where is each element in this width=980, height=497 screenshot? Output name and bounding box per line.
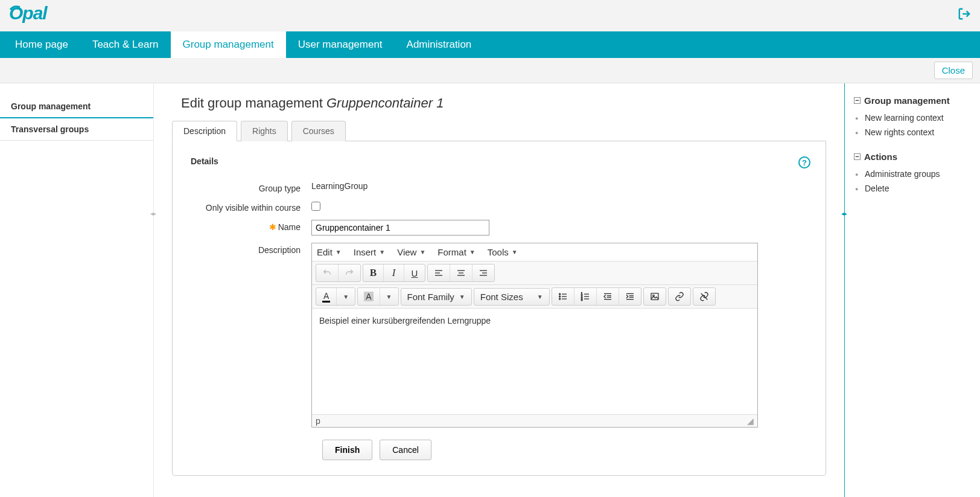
underline-icon[interactable]: U xyxy=(404,265,425,281)
italic-icon[interactable]: I xyxy=(384,265,404,281)
font-sizes-select[interactable]: Font Sizes▼ xyxy=(474,289,549,305)
finish-button[interactable]: Finish xyxy=(322,440,372,460)
text-color-dropdown-icon[interactable]: ▼ xyxy=(337,288,355,305)
link-icon[interactable] xyxy=(669,288,690,305)
align-center-icon[interactable] xyxy=(450,265,472,281)
tab-rights[interactable]: Rights xyxy=(241,121,288,141)
tab-courses[interactable]: Courses xyxy=(291,121,346,141)
align-left-icon[interactable] xyxy=(428,265,450,281)
resize-handle-icon[interactable]: ◢ xyxy=(747,416,754,426)
editor-menubar: Edit▼ Insert▼ View▼ Format▼ Tools▼ xyxy=(312,243,757,261)
right-section-header-1[interactable]: − Group management xyxy=(854,95,971,106)
label-group-type: Group type xyxy=(191,181,311,193)
label-description: Description xyxy=(191,243,311,255)
minus-box-icon[interactable]: − xyxy=(854,97,861,104)
layout: Group management Transversal groups ◂▸ E… xyxy=(0,83,980,497)
nav-group-management[interactable]: Group management xyxy=(171,31,286,58)
tabs: Description Rights Courses xyxy=(172,120,826,141)
right-section-actions: − Actions Administrate groups Delete xyxy=(854,152,971,202)
sub-bar: Close xyxy=(0,58,980,83)
editor-menu-view[interactable]: View▼ xyxy=(397,247,425,257)
sidebar-item-group-management[interactable]: Group management xyxy=(0,95,153,118)
sidebar-item-transversal-groups[interactable]: Transversal groups xyxy=(0,118,153,141)
bg-color-dropdown-icon[interactable]: ▼ xyxy=(380,288,398,305)
font-family-select[interactable]: Font Family▼ xyxy=(401,289,471,305)
svg-text:3: 3 xyxy=(581,298,582,301)
undo-icon[interactable] xyxy=(316,265,339,281)
name-input[interactable] xyxy=(311,220,489,236)
form-buttons: Finish Cancel xyxy=(322,440,807,460)
page-title-entity: Gruppencontainer 1 xyxy=(326,95,444,111)
right-link-new-learning-context[interactable]: New learning context xyxy=(865,111,971,125)
help-icon[interactable]: ? xyxy=(798,156,810,168)
collapse-right-handle[interactable]: ◂▸ xyxy=(841,210,847,217)
editor-body[interactable]: Beispiel einer kursübergreifenden Lerngr… xyxy=(312,309,757,414)
logo[interactable]: Opal xyxy=(9,2,57,29)
main-content: Edit group management Gruppencontainer 1… xyxy=(154,83,844,497)
form-row-name: ✱Name xyxy=(191,220,807,236)
tab-content: ? Details Group type LearningGroup Only … xyxy=(172,141,826,476)
indent-icon[interactable] xyxy=(619,288,641,305)
svg-point-12 xyxy=(559,296,560,297)
unlink-icon[interactable] xyxy=(693,288,715,305)
right-link-new-rights-context[interactable]: New rights context xyxy=(865,125,971,139)
left-sidebar: Group management Transversal groups ◂▸ xyxy=(0,83,154,497)
svg-rect-31 xyxy=(651,293,658,300)
required-mark-icon: ✱ xyxy=(269,222,276,232)
top-header: Opal xyxy=(0,0,980,31)
right-section-group-management: − Group management New learning context … xyxy=(854,95,971,146)
nav-administration[interactable]: Administration xyxy=(395,31,484,58)
main-nav: Home page Teach & Learn Group management… xyxy=(0,31,980,58)
text-color-icon[interactable]: A xyxy=(316,288,337,305)
logout-icon[interactable] xyxy=(958,7,971,24)
bg-color-icon[interactable]: A xyxy=(358,288,380,305)
right-section-header-2[interactable]: − Actions xyxy=(854,152,971,162)
nav-teach-learn[interactable]: Teach & Learn xyxy=(80,31,171,58)
tab-description[interactable]: Description xyxy=(172,121,237,141)
editor-menu-format[interactable]: Format▼ xyxy=(438,247,475,257)
nav-home[interactable]: Home page xyxy=(3,31,80,58)
align-right-icon[interactable] xyxy=(472,265,494,281)
label-name: ✱Name xyxy=(191,220,311,232)
label-visible: Only visible within course xyxy=(191,200,311,213)
outdent-icon[interactable] xyxy=(597,288,619,305)
right-link-administrate-groups[interactable]: Administrate groups xyxy=(865,167,971,181)
right-sidebar: ◂▸ − Group management New learning conte… xyxy=(844,83,980,497)
editor-toolbar-2: A ▼ A ▼ Font Family▼ Font Size xyxy=(312,285,757,309)
section-title: Details xyxy=(191,156,807,166)
bullet-list-icon[interactable] xyxy=(552,288,574,305)
page-title-prefix: Edit group management xyxy=(181,95,326,111)
minus-box-icon[interactable]: − xyxy=(854,153,861,160)
bold-icon[interactable]: B xyxy=(363,265,384,281)
form-row-description: Description Edit▼ Insert▼ View▼ Format▼ … xyxy=(191,243,807,428)
editor-menu-edit[interactable]: Edit▼ xyxy=(317,247,342,257)
nav-user-management[interactable]: User management xyxy=(286,31,395,58)
editor-path[interactable]: p xyxy=(316,416,320,426)
editor-menu-insert[interactable]: Insert▼ xyxy=(354,247,385,257)
svg-point-11 xyxy=(559,293,560,295)
svg-point-13 xyxy=(559,298,560,300)
editor-toolbar-1: B I U xyxy=(312,261,757,285)
form-row-visible: Only visible within course xyxy=(191,200,807,213)
rich-text-editor: Edit▼ Insert▼ View▼ Format▼ Tools▼ xyxy=(311,243,758,428)
redo-icon[interactable] xyxy=(339,265,360,281)
editor-menu-tools[interactable]: Tools▼ xyxy=(488,247,518,257)
form-row-group-type: Group type LearningGroup xyxy=(191,181,807,193)
right-link-delete[interactable]: Delete xyxy=(865,181,971,196)
close-button[interactable]: Close xyxy=(934,62,973,79)
checkbox-visible[interactable] xyxy=(311,202,320,211)
image-icon[interactable] xyxy=(644,288,666,305)
cancel-button[interactable]: Cancel xyxy=(380,440,431,460)
value-group-type: LearningGroup xyxy=(311,181,807,191)
page-title: Edit group management Gruppencontainer 1 xyxy=(172,95,826,111)
editor-statusbar: p ◢ xyxy=(312,414,757,427)
numbered-list-icon[interactable]: 123 xyxy=(574,288,597,305)
